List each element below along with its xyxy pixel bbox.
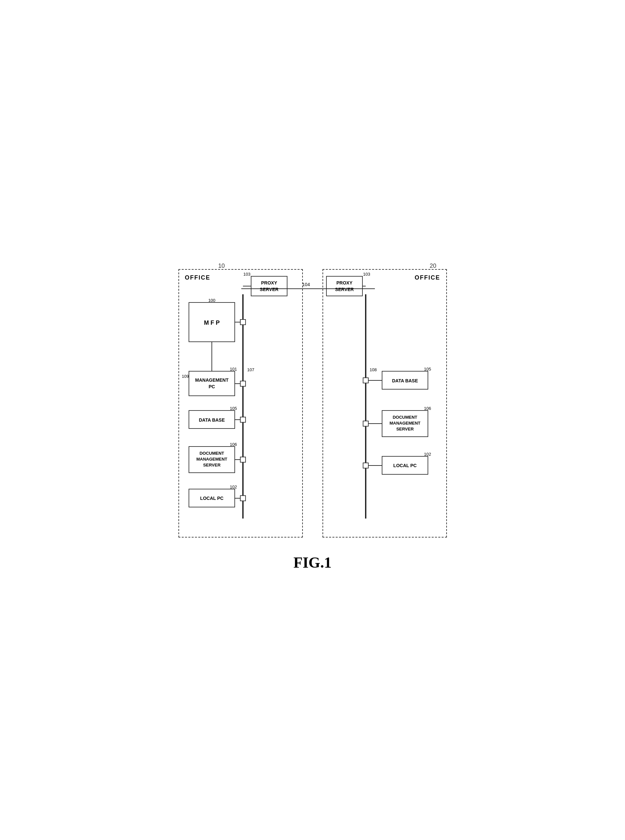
figure-label: FIG.1 xyxy=(293,554,331,571)
svg-text:MANAGEMENT: MANAGEMENT xyxy=(195,377,229,383)
office-left-number: 10 xyxy=(218,262,225,269)
svg-rect-9 xyxy=(240,320,246,325)
diagram-container: 10 OFFICE PROXY SERVER 103 M F P 100 xyxy=(165,269,460,571)
office-right-number: 20 xyxy=(429,262,436,269)
svg-text:102: 102 xyxy=(424,452,431,456)
svg-text:102: 102 xyxy=(230,484,237,489)
svg-rect-23 xyxy=(240,417,246,422)
svg-text:PC: PC xyxy=(208,384,215,389)
svg-text:SERVER: SERVER xyxy=(203,463,221,467)
svg-text:109: 109 xyxy=(182,374,189,379)
svg-text:LOCAL PC: LOCAL PC xyxy=(393,463,417,468)
svg-text:106: 106 xyxy=(424,406,431,411)
svg-text:103: 103 xyxy=(363,272,370,276)
svg-rect-54 xyxy=(363,421,368,426)
svg-text:PROXY: PROXY xyxy=(261,280,277,286)
svg-rect-35 xyxy=(240,495,246,501)
svg-text:SERVER: SERVER xyxy=(260,287,278,292)
svg-text:MANAGEMENT: MANAGEMENT xyxy=(389,421,420,425)
svg-text:105: 105 xyxy=(230,406,237,411)
svg-rect-59 xyxy=(363,463,368,468)
svg-text:DATA BASE: DATA BASE xyxy=(199,418,225,422)
svg-rect-12 xyxy=(189,371,235,396)
office-right: 20 OFFICE PROXY SERVER 103 108 DATA BASE xyxy=(322,269,447,537)
svg-text:LOCAL PC: LOCAL PC xyxy=(200,495,223,501)
svg-text:SERVER: SERVER xyxy=(396,427,414,432)
svg-text:103: 103 xyxy=(243,272,250,276)
svg-text:105: 105 xyxy=(424,366,431,371)
svg-rect-47 xyxy=(363,378,368,383)
office-right-svg: PROXY SERVER 103 108 DATA BASE 105 xyxy=(323,270,434,525)
svg-rect-17 xyxy=(240,381,246,386)
svg-text:PROXY: PROXY xyxy=(336,280,353,286)
svg-rect-38 xyxy=(326,276,362,296)
svg-text:101: 101 xyxy=(230,366,237,371)
svg-text:SERVER: SERVER xyxy=(335,287,354,292)
svg-rect-30 xyxy=(240,457,246,462)
svg-text:M F P: M F P xyxy=(204,320,220,326)
svg-text:106: 106 xyxy=(230,442,237,447)
office-left: 10 OFFICE PROXY SERVER 103 M F P 100 xyxy=(179,269,303,537)
svg-text:108: 108 xyxy=(370,367,377,372)
svg-text:100: 100 xyxy=(208,298,215,303)
svg-text:DOCUMENT: DOCUMENT xyxy=(393,415,417,420)
offices-row: 10 OFFICE PROXY SERVER 103 M F P 100 xyxy=(165,269,460,537)
svg-text:107: 107 xyxy=(247,367,254,372)
svg-rect-1 xyxy=(251,276,287,296)
svg-text:MANAGEMENT: MANAGEMENT xyxy=(196,456,227,461)
office-left-svg: PROXY SERVER 103 M F P 100 107 M xyxy=(179,270,291,525)
svg-text:DATA BASE: DATA BASE xyxy=(392,378,418,384)
svg-text:DOCUMENT: DOCUMENT xyxy=(199,451,224,456)
